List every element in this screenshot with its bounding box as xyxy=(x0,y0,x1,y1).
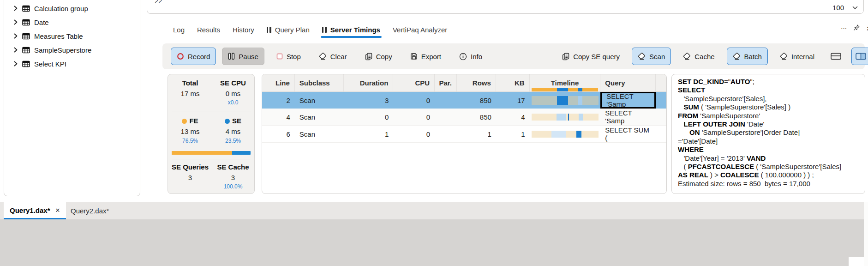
button-label: Cache xyxy=(694,53,714,60)
estimated-size-text: Estimated size: rows = 850 bytes = 17,00… xyxy=(678,180,810,187)
tab-query-plan[interactable]: Query Plan xyxy=(267,26,310,34)
chevron-down-icon[interactable] xyxy=(852,3,858,12)
query-text-line: LEFT OUTER JOIN 'Date' xyxy=(678,120,862,128)
tree-item-measures-table[interactable]: Measures Table xyxy=(4,29,140,43)
cell-query[interactable]: SELECT 'Samp xyxy=(600,92,656,109)
cell-line: 4 xyxy=(262,109,295,125)
pin-icon[interactable] xyxy=(853,24,860,33)
se-query-text: SET DC_KIND="AUTO";SELECT 'SampleSuperst… xyxy=(678,78,862,180)
column-header-label: Subclass xyxy=(299,79,330,87)
fe-value: 13 ms xyxy=(169,127,211,135)
close-pane-icon[interactable]: ✕ xyxy=(866,25,868,32)
info-button[interactable]: Info xyxy=(453,48,488,65)
column-header-label: KB xyxy=(515,79,525,87)
tab-history[interactable]: History xyxy=(233,26,254,34)
layout-split-horizontal-button[interactable] xyxy=(826,48,845,65)
timeline-bar xyxy=(532,131,599,138)
chevron-right-icon[interactable] xyxy=(13,6,18,11)
tab-label: Server Timings xyxy=(330,26,380,34)
timeline-segment xyxy=(568,114,569,121)
batch-button[interactable]: Batch xyxy=(727,48,768,65)
button-label: Export xyxy=(421,53,441,60)
tab-server-timings[interactable]: Server Timings xyxy=(322,26,380,34)
timeline-bar xyxy=(532,96,599,105)
se-cache-label: SE Cache xyxy=(213,163,253,171)
copy-icon xyxy=(365,53,372,60)
copy-button[interactable]: Copy xyxy=(359,48,398,65)
scan-button[interactable]: Scan xyxy=(632,48,671,65)
close-tab-icon[interactable]: ✕ xyxy=(55,207,60,214)
column-header-label: Line xyxy=(275,79,290,87)
cell-gutter xyxy=(656,126,666,142)
query-text-line: 'Date'[Year] = '2013' VAND xyxy=(678,154,862,163)
tab-log[interactable]: Log xyxy=(173,26,185,34)
row-limit-control[interactable]: 100 xyxy=(832,3,858,12)
timings-row-line-4[interactable]: 4Scan008504SELECT 'Samp xyxy=(262,109,666,126)
tree-item-samplesuperstore[interactable]: SampleSuperstore xyxy=(4,43,140,57)
fe-bar-segment xyxy=(172,151,232,155)
timings-icon xyxy=(322,27,327,33)
stop-button[interactable]: Stop xyxy=(270,48,307,65)
timeline-segment xyxy=(557,114,566,121)
column-header-label: CPU xyxy=(415,79,430,87)
se-cpu-factor: x0.0 xyxy=(213,99,253,106)
cell-query[interactable]: SELECT SUM ( xyxy=(600,126,656,142)
right-edge-strip xyxy=(864,202,868,266)
pause-button[interactable]: Pause xyxy=(222,48,264,65)
query-text-line: ( PFCASTCOALESCE ( 'SampleSuperstore'[Sa… xyxy=(678,163,862,171)
chevron-right-icon[interactable] xyxy=(13,47,18,53)
server-timings-grid: LineSubclassDurationCPUPar.RowsKBTimelin… xyxy=(262,74,667,194)
clear-button[interactable]: Clear xyxy=(313,48,353,65)
timings-row-line-6[interactable]: 6Scan1011SELECT SUM ( xyxy=(262,126,666,143)
cell-kb: 4 xyxy=(496,109,530,125)
table-icon xyxy=(22,5,30,12)
timeline-segment xyxy=(551,131,566,138)
se-percent: 23.5% xyxy=(213,138,253,144)
column-header-duration: Duration xyxy=(344,74,394,91)
internal-button[interactable]: Internal xyxy=(774,48,820,65)
cell-cpu: 0 xyxy=(393,92,435,109)
chevron-right-icon[interactable] xyxy=(13,61,18,66)
doc-tab-query1-dax[interactable]: Query1.dax*✕ xyxy=(4,202,66,219)
record-button[interactable]: Record xyxy=(171,48,216,65)
doc-tab-label: Query2.dax* xyxy=(71,207,109,215)
query-text-line: WHERE xyxy=(678,145,862,154)
query-text-line: ON 'SampleSuperstore'[Order Date] xyxy=(678,128,862,137)
cell-rows: 1 xyxy=(457,126,496,142)
cell-cpu: 0 xyxy=(393,109,435,125)
se-cpu-value: 0 ms xyxy=(213,90,253,97)
chevron-right-icon[interactable] xyxy=(13,33,18,39)
export-button[interactable]: Export xyxy=(404,48,447,65)
overflow-menu-icon[interactable]: ⋯ xyxy=(841,25,847,32)
cell-query[interactable]: SELECT 'Samp xyxy=(600,109,656,125)
cell-line: 2 xyxy=(262,92,295,109)
row-limit-value[interactable]: 100 xyxy=(832,4,844,12)
layout-split-vertical-button[interactable] xyxy=(851,48,868,65)
tab-vertipaq-analyzer[interactable]: VertiPaq Analyzer xyxy=(393,26,447,34)
cache-button[interactable]: Cache xyxy=(677,48,720,65)
cell-timeline xyxy=(530,126,601,142)
query-text-line: AS REAL ) > COALESCE ( 100.000000 ) ) ; xyxy=(678,171,862,179)
doc-tab-label: Query1.dax* xyxy=(10,206,50,214)
total-label: Total xyxy=(169,79,211,87)
chevron-right-icon[interactable] xyxy=(13,19,18,25)
timeline-segment xyxy=(557,96,568,105)
tree-item-calculation-group[interactable]: Calculation group xyxy=(4,1,140,15)
tree-item-label: Select KPI xyxy=(34,60,66,68)
button-label: Copy SE query xyxy=(573,53,620,60)
doc-tab-query2-dax[interactable]: Query2.dax* xyxy=(65,202,115,219)
se-label: SE xyxy=(213,117,253,125)
tree-item-select-kpi[interactable]: Select KPI xyxy=(4,57,140,71)
column-header-label: Timeline xyxy=(551,79,579,87)
copy-se-query-button[interactable]: Copy SE query xyxy=(556,48,626,65)
tree-item-date[interactable]: Date xyxy=(4,15,140,29)
tab-results[interactable]: Results xyxy=(197,26,220,34)
timeline-segment xyxy=(578,88,582,91)
cell-rows: 850 xyxy=(457,92,496,109)
eraser-icon xyxy=(683,53,691,60)
query-text-line: ='Date'[Date] xyxy=(678,137,862,145)
timeline-segment xyxy=(576,131,582,138)
timings-row-line-2[interactable]: 2Scan3085017SELECT 'Samp xyxy=(262,92,666,109)
column-header-label: Par. xyxy=(439,79,452,87)
tab-label: VertiPaq Analyzer xyxy=(393,26,447,34)
